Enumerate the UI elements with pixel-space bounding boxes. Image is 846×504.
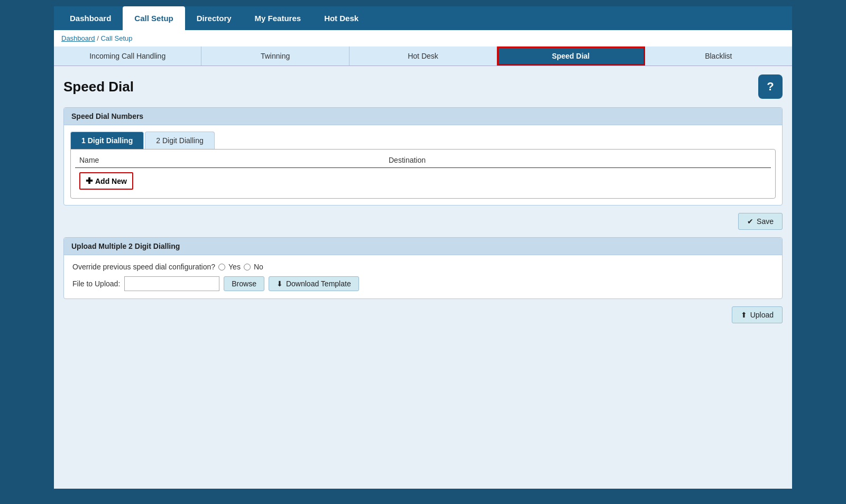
upload-card-body: Override previous speed dial configurati… <box>64 255 782 298</box>
nav-tab-my-features[interactable]: My Features <box>243 6 313 30</box>
override-yes-label: Yes <box>228 263 241 271</box>
secondary-nav: Incoming Call Handling Twinning Hot Desk… <box>54 46 792 66</box>
upload-button[interactable]: ⬆ Upload <box>732 306 783 323</box>
add-new-button[interactable]: ✚ Add New <box>79 172 133 190</box>
save-icon: ✔ <box>747 217 753 226</box>
override-no-label: No <box>254 263 263 271</box>
sec-tab-speed-dial[interactable]: Speed Dial <box>497 46 645 66</box>
download-label: Download Template <box>286 279 351 288</box>
digit-tabs: 1 Digit Dialling 2 Digit Dialling <box>70 132 776 149</box>
file-row: File to Upload: Browse ⬇ Download Templa… <box>72 276 774 291</box>
download-template-button[interactable]: ⬇ Download Template <box>269 276 359 291</box>
save-label: Save <box>757 217 774 226</box>
sec-tab-twinning[interactable]: Twinning <box>201 46 349 66</box>
download-icon: ⬇ <box>277 279 283 288</box>
top-nav: Dashboard Call Setup Directory My Featur… <box>54 6 792 30</box>
override-yes-radio[interactable] <box>218 264 225 270</box>
file-input[interactable] <box>124 276 219 291</box>
digit-tab-1[interactable]: 1 Digit Dialling <box>70 132 144 149</box>
upload-row: ⬆ Upload <box>63 306 783 323</box>
upload-card-header: Upload Multiple 2 Digit Dialling <box>64 238 782 255</box>
table-header-row: Name Destination <box>75 154 771 168</box>
speed-dial-card-header: Speed Dial Numbers <box>64 108 782 125</box>
sec-tab-blacklist[interactable]: Blacklist <box>645 46 792 66</box>
page-title-row: Speed Dial ? <box>63 74 783 99</box>
page-title: Speed Dial <box>63 79 134 95</box>
breadcrumb-current: Call Setup <box>100 34 132 42</box>
nav-tab-directory[interactable]: Directory <box>185 6 243 30</box>
upload-icon: ⬆ <box>741 311 747 319</box>
digit-tab-2[interactable]: 2 Digit Dialling <box>145 132 214 149</box>
file-label: File to Upload: <box>72 279 120 288</box>
sec-tab-incoming-call-handling[interactable]: Incoming Call Handling <box>54 46 201 66</box>
speed-dial-card: Speed Dial Numbers 1 Digit Dialling 2 Di… <box>63 107 783 206</box>
col-header-name: Name <box>79 156 389 164</box>
nav-tab-dashboard[interactable]: Dashboard <box>58 6 123 30</box>
override-no-radio[interactable] <box>244 264 251 270</box>
add-new-label: Add New <box>95 177 127 185</box>
override-label: Override previous speed dial configurati… <box>72 263 215 271</box>
upload-label: Upload <box>750 311 774 319</box>
save-button[interactable]: ✔ Save <box>738 213 783 230</box>
speed-dial-card-body: 1 Digit Dialling 2 Digit Dialling Name D… <box>64 125 782 205</box>
speed-dial-table-area: Name Destination ✚ Add New <box>70 149 776 199</box>
col-header-destination: Destination <box>389 156 767 164</box>
save-row: ✔ Save <box>63 213 783 230</box>
sec-tab-hot-desk[interactable]: Hot Desk <box>350 46 497 66</box>
browse-button[interactable]: Browse <box>224 276 264 291</box>
breadcrumb-parent[interactable]: Dashboard <box>61 34 95 42</box>
breadcrumb: Dashboard / Call Setup <box>54 30 792 46</box>
nav-tab-hot-desk[interactable]: Hot Desk <box>312 6 370 30</box>
plus-icon: ✚ <box>86 176 93 186</box>
main-content: Speed Dial ? Speed Dial Numbers 1 Digit … <box>54 66 792 489</box>
nav-tab-call-setup[interactable]: Call Setup <box>123 6 185 30</box>
upload-card: Upload Multiple 2 Digit Dialling Overrid… <box>63 237 783 299</box>
help-button[interactable]: ? <box>758 74 783 99</box>
override-row: Override previous speed dial configurati… <box>72 263 774 271</box>
